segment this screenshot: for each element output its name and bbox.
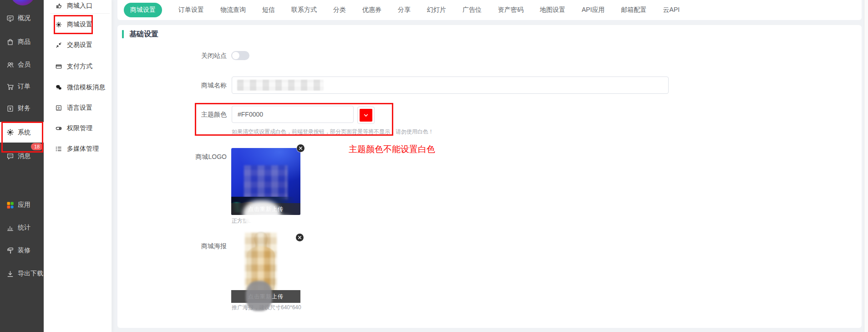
basic-settings-card: 基础设置 关闭站点 商城名称 主题颜色 如果清空或设置成白色，前端登录按钮，部分… (117, 25, 862, 328)
censor-blob (243, 200, 280, 229)
credit-card-icon (55, 63, 62, 70)
submenu-divider (50, 13, 110, 14)
settings-tabbar: 商城设置 订单设置 物流查询 短信 联系方式 分类 优惠券 分享 幻灯片 广告位… (117, 0, 862, 20)
submenu-item-language-settings[interactable]: 文 语言设置 (44, 100, 112, 116)
dashboard-icon (6, 15, 14, 22)
submenu-item-wechat-template[interactable]: 微信模板消息 (44, 80, 112, 95)
app-logo[interactable] (10, 0, 35, 5)
submenu-item-label: 支付方式 (67, 62, 92, 71)
chevron-down-icon (363, 112, 369, 118)
submenu-item-trade-settings[interactable]: 交易设置 (44, 37, 112, 53)
tab-asset-password[interactable]: 资产密码 (498, 6, 523, 14)
tab-share[interactable]: 分享 (398, 6, 411, 14)
mall-name-label: 商城名称 (136, 82, 227, 90)
sidebar-item-label: 装修 (18, 246, 30, 255)
chat-bubble-icon (6, 153, 14, 160)
theme-color-input[interactable] (232, 106, 354, 123)
sidebar-item-label: 系统 (18, 128, 30, 137)
bar-chart-icon (6, 224, 14, 232)
translate-icon: 文 (55, 105, 62, 111)
tab-sms[interactable]: 短信 (262, 6, 275, 14)
submenu-item-label: 商城设置 (67, 20, 92, 29)
submenu-item-mall-entry[interactable]: 商城入口 (44, 0, 112, 14)
vertical-scrollbar[interactable] (864, 0, 868, 332)
sidebar-item-goods[interactable]: 商品 (0, 32, 44, 52)
close-icon (299, 146, 303, 150)
list-icon (55, 146, 62, 152)
submenu-item-label: 商城入口 (67, 2, 92, 10)
cart-icon (6, 83, 14, 91)
sidebar-item-label: 消息 (18, 152, 30, 160)
tab-category[interactable]: 分类 (333, 6, 346, 14)
theme-color-picker-button[interactable] (357, 107, 375, 124)
sidebar-item-export[interactable]: 导出下载 (0, 264, 44, 284)
submenu-item-label: 交易设置 (67, 41, 92, 49)
primary-sidebar: 概况 商品 会员 订单 财务 系统 消息 18 应用 (0, 0, 44, 332)
tab-cloud-api[interactable]: 云API (663, 6, 680, 14)
logo-remove-button[interactable] (297, 144, 305, 152)
sidebar-item-apps[interactable]: 应用 (0, 195, 44, 215)
submenu-item-media-manager[interactable]: 多媒体管理 (44, 141, 112, 157)
admin-app: 概况 商品 会员 订单 财务 系统 消息 18 应用 (0, 0, 868, 332)
submenu-item-label: 权限管理 (67, 124, 92, 133)
sidebar-item-finance[interactable]: 财务 (0, 98, 44, 118)
close-site-label: 关闭站点 (136, 52, 227, 60)
sidebar-item-label: 会员 (18, 61, 30, 69)
users-icon (6, 61, 14, 69)
tab-ad-slot[interactable]: 广告位 (462, 6, 482, 14)
sidebar-item-label: 财务 (18, 104, 30, 112)
section-title: 基础设置 (129, 30, 158, 39)
sidebar-item-decorate[interactable]: 装修 (0, 240, 44, 260)
messages-count-badge: 18 (31, 143, 43, 150)
sidebar-item-label: 导出下载 (18, 270, 43, 278)
tab-contact[interactable]: 联系方式 (291, 6, 317, 14)
submenu-item-label: 多媒体管理 (67, 145, 99, 153)
mall-logo-label: 商城LOGO (136, 153, 227, 161)
toggle-knob (232, 52, 239, 59)
poster-bottle-base-blob (246, 281, 272, 311)
finance-book-icon (6, 105, 14, 112)
submenu-item-payment-methods[interactable]: 支付方式 (44, 59, 112, 74)
submenu-item-mall-settings[interactable]: 商城设置 (44, 17, 112, 32)
sidebar-item-stats[interactable]: 统计 (0, 218, 44, 238)
apps-grid-icon (6, 201, 14, 209)
paint-roller-icon (6, 247, 14, 255)
submenu-item-permissions[interactable]: 权限管理 (44, 121, 112, 136)
close-icon (298, 235, 302, 240)
compress-arrows-icon (55, 42, 62, 48)
main-content: 商城设置 订单设置 物流查询 短信 联系方式 分类 优惠券 分享 幻灯片 广告位… (112, 0, 868, 332)
mall-poster-label: 商城海报 (136, 242, 227, 250)
sidebar-item-label: 概况 (18, 14, 30, 22)
submenu-item-label: 语言设置 (67, 104, 92, 112)
annotation-note-text: 主题颜色不能设置白色 (349, 143, 435, 155)
tab-api-app[interactable]: API应用 (582, 6, 605, 14)
sidebar-item-label: 商品 (18, 38, 30, 46)
sidebar-item-label: 订单 (18, 82, 30, 91)
sidebar-item-orders[interactable]: 订单 (0, 77, 44, 97)
theme-color-label: 主题颜色 (136, 111, 227, 119)
tab-logistics-query[interactable]: 物流查询 (220, 6, 246, 14)
censor-blob (249, 215, 293, 224)
tab-slideshow[interactable]: 幻灯片 (427, 6, 446, 14)
logo-image-censored-area (244, 165, 288, 199)
thumb-hand-icon (55, 3, 62, 9)
tab-mailbox-config[interactable]: 邮箱配置 (621, 6, 647, 14)
sidebar-item-system[interactable]: 系统 (0, 122, 44, 143)
tab-map-settings[interactable]: 地图设置 (540, 6, 565, 14)
sidebar-item-members[interactable]: 会员 (0, 55, 44, 75)
sidebar-item-overview[interactable]: 概况 (0, 8, 44, 28)
color-swatch (360, 109, 372, 122)
tab-mall-settings[interactable]: 商城设置 (124, 3, 162, 17)
poster-remove-button[interactable] (296, 234, 304, 241)
wechat-icon (55, 84, 62, 91)
close-site-toggle[interactable] (231, 51, 249, 60)
mall-name-censored-value (237, 80, 324, 91)
submenu-item-label: 微信模板消息 (67, 83, 105, 92)
sidebar-item-label: 应用 (18, 201, 30, 209)
tab-coupon[interactable]: 优惠券 (362, 6, 381, 14)
secondary-sidebar: 商城入口 商城设置 交易设置 支付方式 微信模板消息 文 语言设置 权限管理 (44, 0, 112, 332)
tab-order-settings[interactable]: 订单设置 (178, 6, 204, 14)
gear-icon (6, 128, 14, 136)
download-icon (6, 270, 14, 278)
theme-color-hint: 如果清空或设置成白色，前端登录按钮，部分页面背景等将不显示，请勿使用白色！ (232, 128, 434, 136)
